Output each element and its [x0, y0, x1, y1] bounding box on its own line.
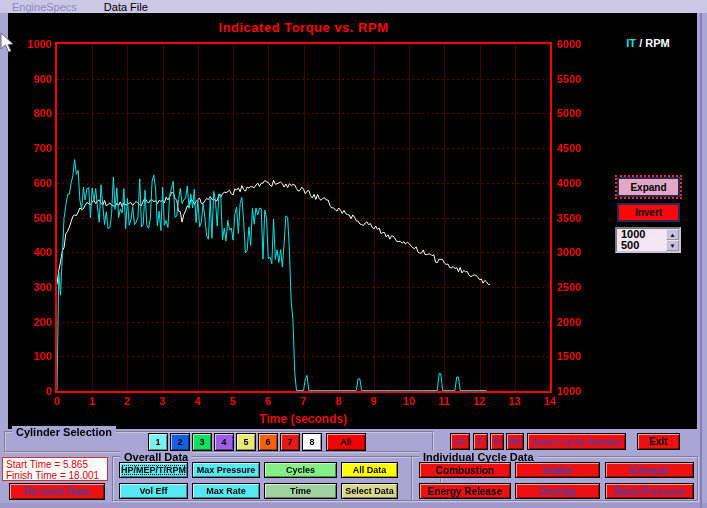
- cylinder-button-6[interactable]: 6: [258, 433, 278, 451]
- cylinder-button-3[interactable]: 3: [192, 433, 212, 451]
- legend-series-it: IT: [626, 37, 636, 49]
- axis-tick-label: 3000: [557, 246, 601, 258]
- spinner-up-icon[interactable]: ▲: [666, 229, 679, 240]
- axis-tick-label: 4: [183, 395, 213, 407]
- cylinder-button-1[interactable]: 1: [148, 433, 168, 451]
- axis-tick-label: 8: [324, 395, 354, 407]
- start-time-text: Start Time = 5.865: [6, 459, 107, 470]
- x-axis-label: Time (seconds): [57, 412, 550, 426]
- combustion-button[interactable]: Combustion: [419, 462, 511, 478]
- spinner-values: 1000 500: [617, 229, 666, 251]
- axis-tick-label: 5500: [557, 73, 601, 85]
- menu-item-data-file[interactable]: Data File: [104, 1, 148, 13]
- overlap-button[interactable]: Overlap: [515, 483, 600, 499]
- axis-tick-label: 4000: [557, 177, 601, 189]
- axis-tick-label: 1500: [557, 350, 601, 362]
- app-window: EngineSpecs Data File Indicated Torque v…: [0, 0, 707, 508]
- axis-tick-label: 4500: [557, 142, 601, 154]
- cylinder-button-4[interactable]: 4: [214, 433, 234, 451]
- max-rate-button[interactable]: Max Rate: [192, 483, 260, 499]
- time-status-box: Start Time = 5.865 Finish Time = 18.001: [2, 457, 108, 481]
- time-button[interactable]: Time: [264, 483, 337, 499]
- forward-button[interactable]: F: [473, 433, 488, 450]
- menu-bar: EngineSpecs Data File: [0, 0, 707, 13]
- intake-button[interactable]: Intake: [515, 462, 600, 478]
- menu-item-enginespecs[interactable]: EngineSpecs: [12, 1, 77, 13]
- axis-tick-label: 3: [148, 395, 178, 407]
- fast-forward-button[interactable]: FF: [450, 433, 470, 450]
- vol-eff-button[interactable]: Vol Eff: [119, 483, 188, 499]
- axis-tick-label: 3500: [557, 212, 601, 224]
- finish-time-text: Finish Time = 18.001: [6, 470, 107, 481]
- axis-tick-label: 500: [8, 212, 52, 224]
- invert-button[interactable]: Invert: [617, 203, 680, 222]
- all-data-button[interactable]: All Data: [341, 462, 398, 478]
- exhaust-button[interactable]: Exhaust: [605, 462, 694, 478]
- axis-tick-label: 13: [500, 395, 530, 407]
- axis-tick-label: 5000: [557, 107, 601, 119]
- select-data-button[interactable]: Select Data: [341, 483, 398, 499]
- axis-tick-label: 2500: [557, 281, 601, 293]
- axis-tick-label: 700: [8, 142, 52, 154]
- spinner-buttons: ▲ ▼: [666, 229, 679, 251]
- reverse-button[interactable]: R: [490, 433, 504, 450]
- axis-tick-label: 100: [8, 350, 52, 362]
- select-cycle-number-button[interactable]: Select Cycle Number: [527, 433, 626, 450]
- cylinder-button-all[interactable]: All: [326, 433, 366, 451]
- cycles-button[interactable]: Cycles: [264, 462, 337, 478]
- plot-area: [55, 42, 552, 393]
- axis-tick-label: 5: [218, 395, 248, 407]
- axis-tick-label: 800: [8, 107, 52, 119]
- max-pressure-button[interactable]: Max Pressure: [192, 462, 260, 478]
- axis-tick-label: 6000: [557, 38, 601, 50]
- exit-button[interactable]: Exit: [637, 433, 680, 450]
- axis-tick-label: 1: [77, 395, 107, 407]
- axis-tick-label: 400: [8, 246, 52, 258]
- hp-mep-t-rpm-button[interactable]: HP/MEP/T/RPM: [119, 462, 188, 478]
- axis-tick-label: 14: [535, 395, 565, 407]
- restore-data-button[interactable]: Re-store Data: [9, 483, 105, 500]
- mouse-cursor: [0, 32, 16, 56]
- window-right-edge: [700, 13, 702, 508]
- axis-tick-label: 11: [429, 395, 459, 407]
- cylinder-button-5[interactable]: 5: [236, 433, 256, 451]
- chart-panel: Indicated Torque vs. RPM IT / RPM 010020…: [8, 13, 697, 429]
- spinner-value-bottom: 500: [621, 240, 666, 251]
- axis-tick-label: 2: [112, 395, 142, 407]
- chart-canvas: [57, 44, 550, 391]
- spinner-down-icon[interactable]: ▼: [666, 240, 679, 251]
- axis-tick-label: 1000: [557, 385, 601, 397]
- axis-tick-label: 900: [8, 73, 52, 85]
- scale-spinner[interactable]: 1000 500 ▲ ▼: [615, 227, 681, 253]
- cylinder-button-2[interactable]: 2: [170, 433, 190, 451]
- legend-separator: /: [636, 37, 645, 49]
- cylinder-button-8[interactable]: 8: [302, 433, 322, 451]
- axis-tick-label: 10: [394, 395, 424, 407]
- axis-tick-label: 600: [8, 177, 52, 189]
- window-bottom-edge: [0, 503, 707, 508]
- energy-release-button[interactable]: Energy Release: [419, 483, 511, 499]
- axis-tick-label: 2000: [557, 316, 601, 328]
- axis-tick-label: 12: [465, 395, 495, 407]
- cylinder-button-7[interactable]: 7: [280, 433, 300, 451]
- back-pressure-button[interactable]: Back-Pressure: [605, 483, 694, 499]
- axis-tick-label: 0: [42, 395, 72, 407]
- axis-tick-label: 0: [8, 385, 52, 397]
- chart-title: Indicated Torque vs. RPM: [57, 20, 550, 35]
- axis-tick-label: 7: [289, 395, 319, 407]
- cylinder-selection-title: Cylinder Selection: [12, 426, 116, 438]
- chart-legend: IT / RPM: [598, 37, 698, 49]
- axis-tick-label: 6: [253, 395, 283, 407]
- expand-button[interactable]: Expand: [617, 177, 680, 197]
- axis-tick-label: 200: [8, 316, 52, 328]
- legend-series-rpm: RPM: [645, 37, 669, 49]
- axis-tick-label: 9: [359, 395, 389, 407]
- axis-tick-label: 300: [8, 281, 52, 293]
- fast-reverse-button[interactable]: RR: [506, 433, 524, 450]
